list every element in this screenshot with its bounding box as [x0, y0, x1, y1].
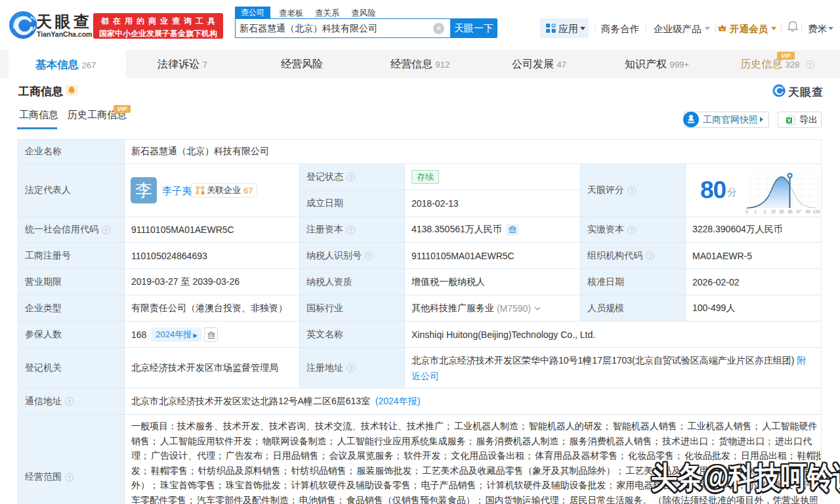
svg-text:3: 3 — [763, 209, 766, 214]
svg-text:97: 97 — [796, 209, 801, 214]
svg-text:1: 1 — [754, 209, 757, 214]
svg-text:99: 99 — [805, 209, 810, 214]
svg-text:50: 50 — [779, 209, 784, 214]
svg-text:0: 0 — [746, 209, 748, 214]
svg-text:15: 15 — [770, 209, 776, 214]
svg-text:100: 100 — [813, 209, 820, 214]
svg-text:85: 85 — [788, 209, 793, 214]
